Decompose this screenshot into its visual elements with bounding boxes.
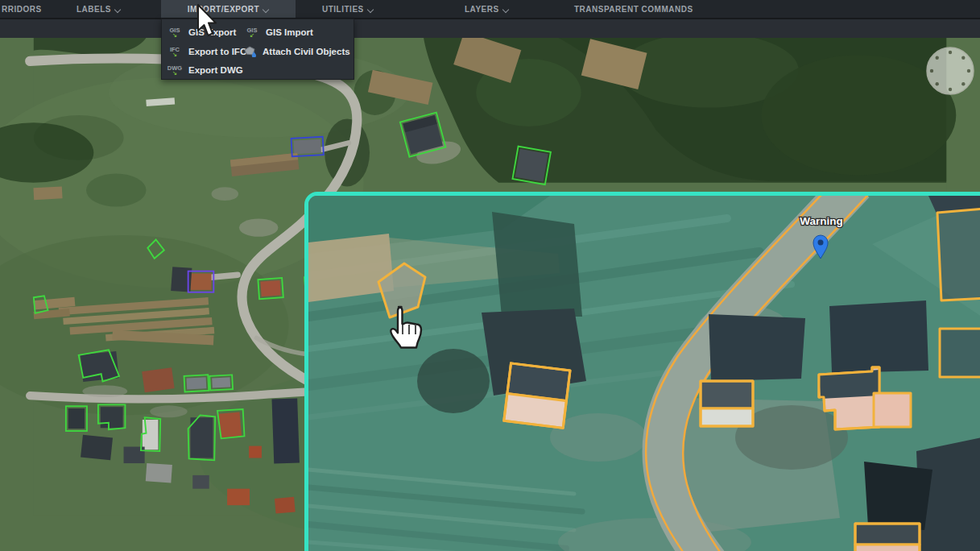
building-footprint-orange[interactable] — [937, 209, 980, 300]
menu-item-label: Attach Civil Objects — [263, 47, 350, 56]
building-footprint-orange[interactable] — [940, 329, 980, 377]
menu-item-utilities[interactable]: UTILITIES — [322, 0, 374, 18]
menu-item-gis-export[interactable]: GIS ↘ GIS Export — [167, 23, 236, 41]
building-footprint-orange[interactable] — [504, 363, 570, 428]
building-footprint-orange[interactable] — [874, 393, 911, 427]
menu-item-gis-import[interactable]: GIS ↙ GIS Import — [244, 23, 313, 41]
dwg-export-icon: DWG ↘ — [167, 65, 183, 75]
menu-label: LABELS — [76, 5, 111, 14]
top-menu-bar: RRIDORS LABELS IMPORT/EXPORT UTILITIES L… — [0, 0, 980, 18]
chevron-down-icon — [503, 6, 509, 12]
chevron-down-icon — [368, 6, 374, 12]
gis-import-icon: GIS ↙ — [244, 27, 260, 37]
chevron-down-icon — [263, 6, 269, 12]
warning-label: Warning — [800, 215, 843, 227]
menu-item-layers[interactable]: LAYERS — [465, 0, 509, 18]
gis-export-icon: GIS ↘ — [167, 27, 183, 37]
menu-item-import-export[interactable]: IMPORT/EXPORT — [161, 0, 296, 18]
civil-design-app-window: Warning RRIDORS LABELS IMPORT/EXPORT UTI — [0, 0, 980, 551]
ifc-export-icon: IFC ↘ — [167, 47, 183, 56]
chevron-down-icon — [115, 6, 121, 12]
menu-item-export-dwg[interactable]: DWG ↘ Export DWG — [167, 61, 243, 79]
building-footprint-orange[interactable] — [855, 524, 920, 551]
menu-item-labels[interactable]: LABELS — [76, 0, 121, 18]
building-footprint-orange[interactable] — [701, 381, 753, 426]
inset-map-canvas[interactable]: Warning — [308, 196, 980, 551]
menu-label: RRIDORS — [2, 5, 42, 14]
compass-widget[interactable] — [924, 45, 976, 97]
map-inset-viewport[interactable]: Warning — [304, 192, 980, 551]
import-export-dropdown: GIS ↘ GIS Export IFC ↘ Export to IFC DWG… — [161, 19, 354, 80]
menu-item-attach-civil-objects[interactable]: Attach Civil Objects — [244, 43, 350, 60]
menu-item-export-to-ifc[interactable]: IFC ↘ Export to IFC — [167, 43, 246, 60]
menu-item-corridors[interactable]: RRIDORS — [2, 0, 42, 18]
menu-item-label: GIS Import — [266, 27, 313, 37]
menu-label: TRANSPARENT COMMANDS — [574, 5, 693, 14]
civil-objects-icon — [244, 46, 257, 57]
menu-label: LAYERS — [465, 5, 499, 14]
menu-item-label: Export DWG — [188, 65, 243, 75]
menu-label: UTILITIES — [322, 5, 364, 14]
menu-label: IMPORT/EXPORT — [188, 5, 259, 14]
menu-item-label: GIS Export — [188, 27, 236, 37]
ribbon-strip — [0, 18, 980, 38]
menu-item-transparent-commands[interactable]: TRANSPARENT COMMANDS — [574, 0, 693, 18]
menu-item-label: Export to IFC — [188, 47, 246, 56]
